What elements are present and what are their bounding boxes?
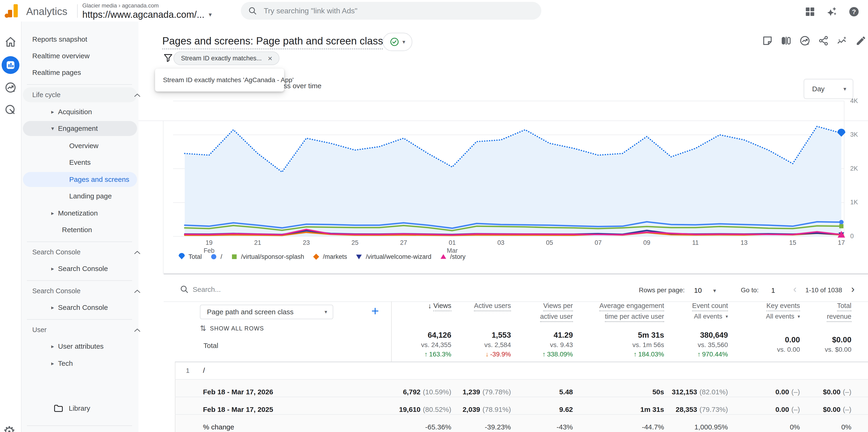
home-icon[interactable] [4, 36, 17, 48]
sidebar-item-reports-snapshot[interactable]: Reports snapshot [21, 32, 150, 47]
table-cell: 0.00(–) [775, 388, 800, 396]
sidebar-item-realtime-pages[interactable]: Realtime pages [21, 65, 150, 80]
explore-icon[interactable] [4, 81, 17, 94]
column-header-active-users[interactable]: Active users [474, 302, 511, 313]
chevron-down-icon: ▾ [402, 38, 405, 45]
table-subrow[interactable] [175, 397, 868, 414]
add-dimension-button[interactable]: + [371, 303, 379, 318]
metric-filter-select[interactable]: All events▾ [694, 313, 728, 320]
sidebar-item-life-cycle[interactable]: Life cycle [21, 87, 150, 102]
dimension-selector[interactable]: Page path and screen class▾ [200, 305, 333, 319]
sidebar-item-search-console[interactable]: Search Console [21, 244, 150, 260]
x-tick-label: 23 [292, 239, 320, 247]
cell-value: 28,353 [676, 406, 697, 413]
column-header-average-engagement[interactable]: Average engagementtime per active user [599, 302, 664, 323]
column-header-event-count[interactable]: Event countAll events▾ [692, 302, 728, 320]
legend-label: /story [450, 253, 466, 260]
sidebar-item-label: Realtime pages [32, 68, 81, 77]
sparkline-insights-icon[interactable] [837, 35, 848, 46]
sidebar-item-library[interactable]: Library [21, 401, 171, 416]
goto-input[interactable]: 1 [771, 286, 775, 294]
note-icon[interactable] [762, 35, 773, 46]
show-all-rows-button[interactable]: ⇅ SHOW ALL ROWS [200, 324, 264, 333]
page-next-icon[interactable]: › [851, 283, 855, 295]
chevron-down-icon: ▾ [324, 309, 327, 315]
metric-filter-label: All events [766, 313, 794, 320]
legend-item[interactable]: Total [178, 253, 202, 261]
totals-change: ↑970.44% [697, 350, 728, 359]
rows-per-page-select[interactable]: 10 [694, 286, 702, 294]
column-header-views-per[interactable]: Views peractive user [540, 302, 573, 323]
y-tick-label: 4K [850, 97, 858, 105]
sidebar-item-user-attributes[interactable]: ▸User attributes [21, 339, 165, 354]
help-icon[interactable]: ? [848, 6, 860, 17]
legend-item[interactable]: /story [439, 253, 466, 261]
sidebar-item-landing-page[interactable]: Landing page [21, 189, 187, 204]
table-search-input[interactable]: Search... [193, 286, 221, 293]
totals-vs: vs. 2,584 [484, 340, 511, 350]
legend-item[interactable]: /virtual/sponsor-splash [230, 253, 304, 261]
app-bar: Analytics Glacier media › agcanada.com h… [0, 0, 868, 22]
sidebar-item-search-console[interactable]: ▸Search Console [21, 261, 165, 276]
sidebar-item-pages-and-screens[interactable]: Pages and screens [21, 172, 187, 187]
sidebar-item-events[interactable]: Events [21, 155, 187, 170]
table-cell: 19,610(80.52%) [399, 406, 452, 413]
column-header-views[interactable]: ↓Views [428, 302, 451, 313]
breadcrumb[interactable]: Glacier media › agcanada.com [82, 2, 159, 9]
chevron-up-icon[interactable] [134, 328, 140, 332]
table-cell: 1,239(79.78%) [463, 388, 511, 396]
totals-value: 5m 31s [638, 330, 664, 340]
close-icon[interactable]: × [268, 54, 272, 63]
chevron-up-icon[interactable] [134, 289, 140, 293]
sidebar-item-tech[interactable]: ▸Tech [21, 356, 165, 371]
page-prev-icon[interactable]: ‹ [793, 283, 797, 295]
sidebar-item-user[interactable]: User [21, 322, 150, 337]
apps-grid-icon[interactable] [804, 6, 816, 17]
chevron-up-icon[interactable] [134, 93, 140, 97]
filter-chip[interactable]: Stream ID exactly matches... × [174, 52, 279, 65]
column-header-key-events[interactable]: Key eventsAll events▾ [766, 302, 800, 320]
sidebar-item-monetization[interactable]: ▸Monetization [21, 206, 165, 221]
edit-pencil-icon[interactable] [856, 35, 867, 46]
arrow-up-icon: ↑ [697, 350, 701, 359]
sidebar-item-overview[interactable]: Overview [21, 138, 187, 153]
chevron-down-icon[interactable]: ▾ [713, 287, 716, 294]
legend-item[interactable]: / [210, 253, 222, 261]
advertising-icon[interactable] [4, 104, 17, 116]
table-subrow[interactable] [175, 380, 868, 397]
comparison-icon[interactable] [780, 35, 792, 46]
sidebar-item-realtime-overview[interactable]: Realtime overview [21, 49, 150, 63]
sidebar-item-search-console[interactable]: Search Console [21, 283, 150, 298]
totals-cell: 0.00vs. 0.00 [777, 335, 800, 354]
share-icon[interactable] [818, 35, 829, 46]
insights-circle-icon[interactable] [799, 35, 810, 46]
settings-gear-icon[interactable]: ⚙ [3, 423, 16, 432]
column-header-total[interactable]: Totalrevenue [827, 302, 851, 323]
legend-item[interactable]: /virtual/welcome-wizard [355, 253, 431, 261]
header-label: Key events [767, 302, 800, 311]
report-status-badge[interactable]: ▾ [383, 33, 412, 51]
sidebar-item-engagement[interactable]: ▾Engagement [21, 121, 165, 136]
table-subrow[interactable] [175, 415, 868, 432]
timeseries-chart[interactable] [138, 96, 868, 253]
legend-item[interactable]: /markets [312, 253, 347, 261]
totals-cell: 5m 31svs. 1m 56s↑184.03% [632, 330, 664, 359]
cell-percent: (–) [843, 388, 851, 396]
triangle-right-icon: ▸ [47, 360, 58, 367]
cell-value: 0.00 [775, 406, 789, 413]
sidebar-item-acquisition[interactable]: ▸Acquisition [21, 104, 165, 119]
chevron-up-icon[interactable] [134, 251, 140, 254]
table-row[interactable] [175, 362, 868, 379]
sidebar-item-label: User attributes [58, 342, 103, 350]
metric-filter-select[interactable]: All events▾ [766, 313, 800, 320]
property-selector[interactable]: https://www.agcanada.com/...▾ [82, 9, 212, 20]
global-search-input[interactable]: Try searching "link with Ads" [241, 2, 541, 20]
legend-label: /markets [323, 253, 347, 260]
gemini-sparkle-icon[interactable] [826, 6, 838, 17]
x-tick-label: 07 [584, 239, 612, 247]
totals-value: 0.00 [785, 335, 800, 345]
sidebar-item-retention[interactable]: Retention [21, 222, 179, 237]
sidebar-item-search-console[interactable]: ▸Search Console [21, 300, 165, 315]
totals-change-value: 970.44% [702, 350, 728, 359]
reports-rail-item-active[interactable] [2, 56, 20, 74]
